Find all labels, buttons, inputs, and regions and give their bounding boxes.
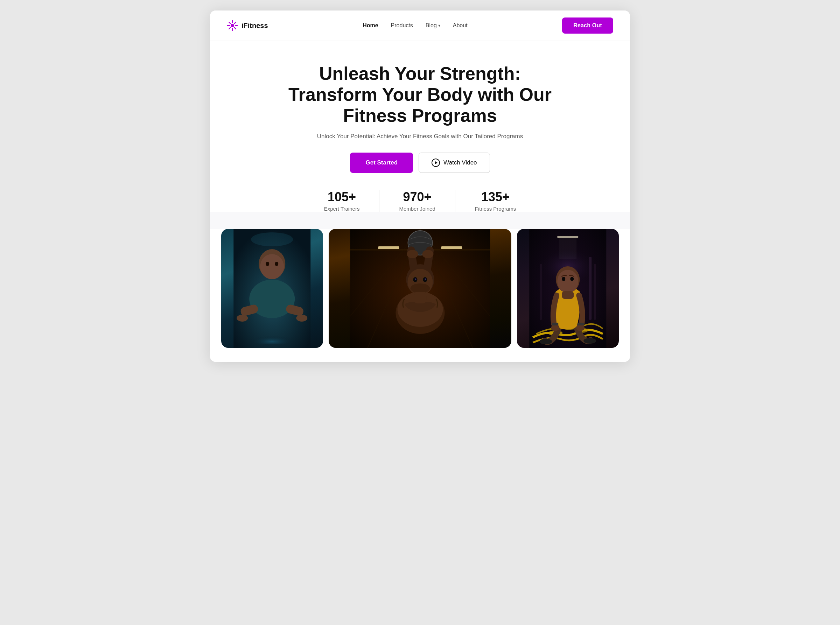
svg-point-60 [558,270,579,293]
nav-links: Home Products Blog ▾ About [362,22,467,29]
stat-expert-trainers: 105+ Expert Trainers [305,190,380,212]
svg-point-57 [551,325,560,331]
svg-rect-27 [378,246,399,249]
svg-rect-28 [441,246,462,249]
image-card-athlete-3 [517,229,619,348]
logo-icon [227,20,238,31]
svg-rect-65 [578,323,584,325]
hero-title: Unleash Your Strength: Transform Your Bo… [283,63,557,126]
svg-line-7 [235,22,236,23]
svg-rect-51 [558,236,579,238]
reach-out-button[interactable]: Reach Out [562,17,613,34]
get-started-button[interactable]: Get Started [350,152,413,173]
svg-point-55 [540,339,552,344]
hero-buttons: Get Started Watch Video [227,152,613,173]
svg-rect-48 [589,257,592,320]
page-container: iFitness Home Products Blog ▾ About Reac… [210,11,630,362]
chevron-down-icon: ▾ [438,23,440,28]
image-card-athlete-2 [329,229,512,348]
logo-text: iFitness [241,22,268,30]
hero-subtitle: Unlock Your Potential: Achieve Your Fitn… [227,133,613,140]
navbar: iFitness Home Products Blog ▾ About Reac… [210,11,630,41]
hero-section: Unleash Your Strength: Transform Your Bo… [210,41,630,212]
nav-item-about[interactable]: About [453,22,468,29]
svg-point-61 [562,277,566,281]
svg-point-10 [244,330,300,344]
svg-rect-50 [540,264,542,320]
images-section [210,229,630,362]
svg-point-18 [236,315,248,322]
svg-point-42 [410,283,430,293]
nav-link-about[interactable]: About [453,22,468,28]
svg-rect-52 [559,238,577,259]
stat-label-trainers: Expert Trainers [324,206,360,212]
nav-link-home[interactable]: Home [362,22,378,28]
svg-point-0 [231,24,234,27]
nav-item-blog[interactable]: Blog ▾ [426,22,440,29]
svg-point-62 [571,277,574,281]
svg-point-56 [584,338,596,344]
svg-line-6 [235,28,236,29]
stats-section: 105+ Expert Trainers 970+ Member Joined … [227,190,613,212]
svg-point-19 [296,315,307,322]
nav-item-home[interactable]: Home [362,22,378,29]
nav-item-products[interactable]: Products [391,22,413,29]
athlete-figure-1 [221,229,323,348]
watch-video-button[interactable]: Watch Video [418,152,490,173]
nav-link-products[interactable]: Products [391,22,413,28]
svg-point-58 [576,325,585,331]
svg-rect-64 [552,323,558,325]
image-card-athlete-1 [221,229,323,348]
svg-point-13 [266,262,269,266]
svg-point-14 [275,262,278,266]
stat-fitness-programs: 135+ Fitness Programs [455,190,536,212]
svg-point-12 [260,254,284,279]
stat-members-joined: 970+ Member Joined [379,190,455,212]
svg-line-5 [229,22,230,23]
svg-point-35 [422,250,433,258]
athlete-figure-2 [329,229,512,348]
svg-rect-63 [562,291,574,299]
play-triangle [435,161,437,165]
svg-rect-45 [414,293,426,303]
athlete-figure-3 [517,229,619,348]
play-icon [432,159,440,167]
nav-link-blog[interactable]: Blog ▾ [426,22,440,29]
stat-label-programs: Fitness Programs [475,206,516,212]
svg-point-20 [251,232,293,246]
svg-line-8 [229,28,230,29]
logo-area: iFitness [227,20,268,31]
stat-label-members: Member Joined [399,206,435,212]
svg-point-41 [425,278,426,280]
stat-number-trainers: 105+ [324,190,360,204]
stat-number-members: 970+ [399,190,435,204]
svg-point-34 [407,250,418,258]
svg-rect-49 [594,264,596,320]
stat-number-programs: 135+ [475,190,516,204]
svg-point-40 [415,278,416,280]
